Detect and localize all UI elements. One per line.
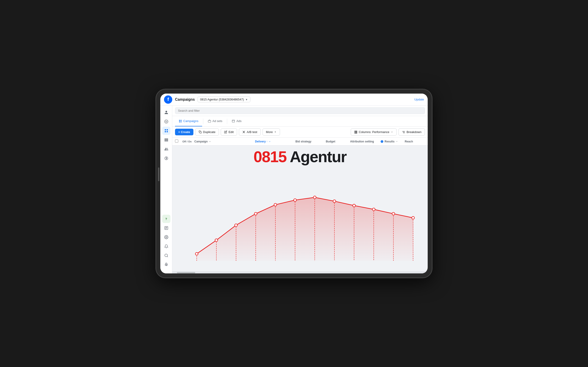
tab-adsets[interactable]: Ad sets (204, 116, 226, 126)
duplicate-button[interactable]: Duplicate (195, 128, 219, 135)
chart-point-7 (313, 196, 316, 199)
th-campaign[interactable]: Campaign (194, 140, 255, 143)
columns-label: Columns: Performance (359, 130, 389, 134)
chart-fill (197, 197, 413, 261)
sidebar-bottom: ? (162, 215, 170, 271)
th-attribution: Attribution setting (350, 140, 380, 143)
select-all-checkbox[interactable] (175, 140, 178, 143)
account-selector[interactable]: 0815 Agentur (53842836486547) ▼ (198, 97, 250, 102)
abtest-button[interactable]: A/B test (239, 128, 261, 135)
columns-icon (354, 131, 357, 134)
svg-point-2 (164, 120, 168, 123)
campaign-sort-icon (208, 140, 211, 143)
svg-rect-31 (356, 131, 357, 133)
svg-rect-30 (355, 131, 356, 133)
tablet-frame: f Campaigns 0815 Agentur (53842836486547… (156, 90, 432, 277)
svg-rect-24 (208, 120, 211, 122)
account-name: 0815 Agentur (53842836486547) (200, 98, 244, 101)
breakdown-icon (402, 131, 405, 134)
svg-text:f: f (167, 97, 169, 102)
svg-rect-8 (166, 131, 168, 132)
svg-rect-29 (355, 131, 355, 133)
delivery-sort-icon: ↑ (267, 140, 268, 143)
agency-number: 0815 (254, 148, 286, 165)
sidebar-icon-list[interactable] (162, 136, 170, 144)
sidebar-icon-smiley[interactable] (162, 117, 170, 126)
chart-point-3 (235, 224, 237, 227)
scrollbar-thumb (177, 272, 195, 273)
create-button[interactable]: + Create (175, 129, 193, 135)
svg-point-3 (166, 121, 166, 122)
agency-name: 0815 Agentur (254, 148, 346, 166)
toolbar-right: Columns: Performance Breakdown (351, 128, 425, 135)
tab-ads[interactable]: Ads (228, 116, 245, 126)
chart-point-4 (254, 212, 257, 215)
svg-rect-20 (179, 120, 180, 121)
abtest-label: A/B test (247, 130, 257, 134)
sidebar: ? (160, 106, 172, 273)
sidebar-icon-grid[interactable] (162, 127, 170, 135)
sidebar-icon-bell[interactable] (162, 242, 170, 250)
th-delivery[interactable]: Delivery ↑ (255, 140, 295, 143)
th-results-label: Results (384, 140, 394, 143)
columns-button[interactable]: Columns: Performance (351, 128, 397, 135)
more-button[interactable]: More (262, 128, 280, 135)
content-area: Campaigns Ad sets Ads + Create (172, 106, 428, 273)
more-label: More (266, 130, 273, 134)
results-chevron-icon (396, 140, 398, 143)
tab-divider-2 (227, 119, 227, 124)
sidebar-icon-search[interactable] (162, 251, 170, 260)
svg-rect-6 (166, 129, 168, 130)
tab-adsets-label: Ad sets (212, 119, 222, 123)
sidebar-icon-news[interactable] (162, 224, 170, 232)
svg-rect-23 (181, 121, 182, 122)
edit-button[interactable]: Edit (221, 128, 237, 135)
results-info-icon (380, 140, 384, 143)
sidebar-icon-profile[interactable] (162, 108, 170, 117)
svg-rect-7 (165, 131, 166, 132)
breakdown-button[interactable]: Breakdown (398, 128, 425, 135)
search-input[interactable] (175, 107, 425, 114)
svg-rect-27 (200, 132, 201, 133)
th-results: Results (380, 140, 405, 143)
th-delivery-label: Delivery (255, 140, 266, 143)
chart-point-6 (294, 199, 296, 201)
svg-rect-21 (181, 120, 182, 121)
svg-rect-9 (165, 139, 168, 139)
svg-point-17 (166, 237, 167, 238)
chart-point-2 (215, 239, 218, 242)
scrollbar[interactable] (172, 272, 428, 273)
th-bid: Bid strategy (295, 140, 326, 143)
update-button[interactable]: Update (414, 98, 424, 101)
sidebar-icon-help[interactable]: ? (162, 215, 170, 223)
meta-logo-icon: f (164, 95, 172, 104)
tab-divider-1 (203, 119, 203, 124)
duplicate-label: Duplicate (203, 130, 216, 134)
campaigns-icon (179, 119, 182, 123)
toolbar: + Create Duplicate Edit A/B test Mor (172, 127, 428, 138)
chevron-down-icon: ▼ (245, 98, 248, 101)
search-bar-wrap (172, 106, 428, 116)
th-campaign-label: Campaign (194, 140, 208, 143)
svg-point-18 (165, 254, 167, 257)
sidebar-icon-coins[interactable] (162, 154, 170, 162)
sidebar-icon-people[interactable] (162, 145, 170, 153)
tab-bar: Campaigns Ad sets Ads (172, 116, 428, 127)
tab-campaigns[interactable]: Campaigns (175, 116, 202, 126)
th-reach: Reach (405, 140, 425, 143)
chevron-down-icon (274, 131, 277, 133)
svg-rect-22 (179, 121, 180, 122)
adsets-icon (208, 119, 211, 123)
sidebar-icon-bug[interactable] (162, 261, 170, 269)
campaigns-title: Campaigns (175, 98, 195, 102)
svg-rect-25 (232, 120, 235, 122)
main-layout: ? (160, 106, 428, 273)
chart-point-9 (353, 204, 355, 207)
svg-rect-11 (165, 141, 168, 141)
delivery-chevron-icon (268, 140, 271, 143)
chart-point-12 (412, 217, 414, 219)
sidebar-icon-settings[interactable] (162, 233, 170, 241)
chart-point-11 (392, 212, 395, 215)
th-checkbox (175, 140, 182, 143)
tab-campaigns-label: Campaigns (183, 119, 199, 123)
